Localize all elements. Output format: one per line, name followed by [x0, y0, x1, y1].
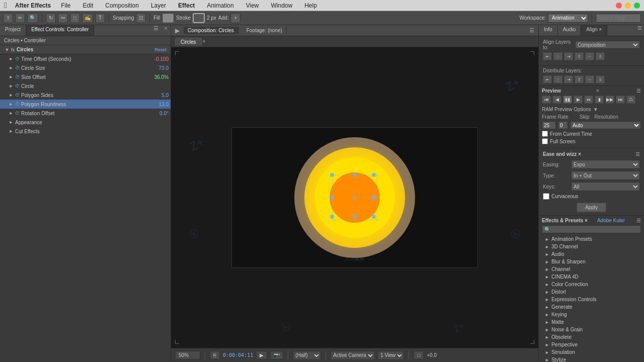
handle-ml[interactable] — [331, 196, 334, 200]
apple-menu[interactable]:  — [4, 1, 7, 10]
handle-br[interactable] — [372, 215, 376, 219]
align-bottom-btn[interactable]: ⇩ — [596, 52, 605, 60]
tab-info[interactable]: Info — [539, 25, 558, 36]
tab-align[interactable]: Align × — [581, 25, 607, 36]
zoom-tool[interactable]: 🔍 — [27, 13, 38, 23]
curvaceous-checkbox[interactable] — [543, 193, 549, 200]
snapping-toggle[interactable]: ☷ — [136, 13, 146, 23]
align-right-btn[interactable]: ⇥ — [564, 52, 573, 60]
prop-circle-size[interactable]: ► ⏱ Circle Size 73.0 — [0, 63, 171, 72]
easing-select[interactable]: Expo Quad Cubic — [571, 160, 640, 169]
align-top-btn[interactable]: ⇧ — [575, 52, 584, 60]
preview-panel-options[interactable]: ☰ — [636, 88, 641, 94]
circles-group-header[interactable]: ▼ fx Circles Reset — [0, 45, 171, 54]
full-screen-checkbox[interactable] — [542, 138, 548, 144]
handle-tm[interactable] — [353, 173, 357, 177]
tab-composition[interactable]: Composition: Circles — [184, 27, 238, 34]
menu-composition[interactable]: Composition — [103, 1, 141, 10]
effects-item-anim-presets[interactable]: ► Animation Presets — [542, 235, 641, 243]
tab-effect-controls[interactable]: Effect Controls: Controller — [26, 25, 94, 36]
ram-preview-expand[interactable]: ▼ — [593, 107, 598, 112]
window-maximize[interactable] — [634, 3, 640, 9]
prev-stop-btn[interactable]: ▮▮ — [563, 96, 572, 104]
effects-item-matte[interactable]: ► Matte — [542, 318, 641, 326]
reset-btn[interactable]: Reset — [154, 47, 167, 52]
select-tool[interactable]: ⇧ — [3, 13, 13, 23]
align-target-select[interactable]: Composition Selection — [575, 41, 640, 49]
prop-polygon-roundness[interactable]: ► ⏱ Polygon Roundness 13.0 — [0, 100, 171, 109]
menu-help[interactable]: Help — [302, 1, 319, 10]
add-btn[interactable]: + — [230, 13, 240, 23]
ease-panel-options[interactable]: ☰ — [635, 151, 640, 157]
handle-tl[interactable] — [331, 173, 334, 177]
menu-layer[interactable]: Layer — [149, 1, 168, 10]
search-input[interactable] — [596, 14, 641, 23]
dist-bottom-btn[interactable]: ⇩ — [596, 75, 605, 83]
effects-search-input[interactable] — [542, 225, 641, 233]
handle-bl[interactable] — [331, 215, 334, 219]
effects-item-expression[interactable]: ► Expression Controls — [542, 296, 641, 303]
effects-item-channel[interactable]: ► Channel — [542, 265, 641, 273]
handle-mr[interactable] — [372, 196, 376, 200]
keys-select[interactable]: All Selected — [571, 182, 640, 191]
skip-input[interactable] — [558, 121, 568, 129]
panel-close-btn[interactable]: × — [162, 25, 171, 36]
prop-value[interactable]: -0.100 — [154, 56, 169, 62]
preview-close-btn[interactable]: × — [596, 88, 599, 94]
frame-rate-input[interactable] — [542, 121, 556, 129]
prop-polygon-sides[interactable]: ► ⏱ Polygon Sides 5.0 — [0, 90, 171, 100]
anchor-tool[interactable]: ⚯ — [58, 13, 68, 23]
panel-menu-icon[interactable]: ☰ — [529, 27, 534, 34]
text-tool[interactable]: T — [95, 13, 105, 23]
effects-item-cinema4d[interactable]: ► CINEMA 4D — [542, 273, 641, 281]
menu-file[interactable]: File — [59, 1, 72, 10]
effects-item-color-correction[interactable]: ► Color Correction — [542, 281, 641, 288]
effects-item-simulation[interactable]: ► Simulation — [542, 348, 641, 356]
menu-window[interactable]: Window — [269, 1, 294, 10]
prop-value[interactable]: 5.0 — [162, 93, 169, 98]
fill-color[interactable] — [162, 13, 174, 23]
dist-vcenter-btn[interactable]: ⋯ — [585, 75, 594, 83]
type-select[interactable]: In + Out In Out — [571, 171, 640, 180]
align-vcenter-btn[interactable]: ⋯ — [585, 52, 594, 60]
prev-play-btn[interactable]: ▶ — [574, 96, 583, 104]
prop-value[interactable]: 73.0 — [159, 65, 169, 71]
dist-right-btn[interactable]: ⇥ — [564, 75, 573, 83]
window-close[interactable] — [616, 3, 622, 9]
hand-tool[interactable]: ✏ — [15, 13, 25, 23]
from-current-checkbox[interactable] — [542, 131, 548, 137]
align-left-btn[interactable]: ⇤ — [543, 52, 552, 60]
prev-next-btn[interactable]: ▶▶ — [605, 96, 614, 104]
camera-select[interactable]: Active Camera — [331, 351, 375, 360]
resolution-input[interactable]: Auto Full Half — [570, 121, 641, 129]
apply-button[interactable]: Apply — [577, 203, 606, 212]
dist-top-btn[interactable]: ⇧ — [575, 75, 584, 83]
effects-item-stylize[interactable]: ► Stylize — [542, 356, 641, 362]
view-select[interactable]: 1 View — [378, 351, 404, 360]
align-hcenter-btn[interactable]: ⋮ — [553, 52, 562, 60]
effects-item-audio[interactable]: ► Audio — [542, 250, 641, 258]
tab-footage[interactable]: Footage: (none) — [243, 27, 287, 34]
panel-menu-btn[interactable]: ☰ — [150, 25, 162, 36]
close-comp-tab[interactable]: × — [203, 39, 206, 44]
menu-view[interactable]: View — [244, 1, 261, 10]
menu-effect[interactable]: Effect — [176, 1, 197, 10]
window-minimize[interactable] — [625, 3, 631, 9]
workspace-select[interactable]: Animation — [548, 14, 588, 23]
prop-circle[interactable]: ► ⏱ Circle — [0, 81, 171, 90]
prop-size-offset[interactable]: ► ⏱ Size Offset 36.0% — [0, 72, 171, 81]
effects-item-3d-channel[interactable]: ► 3D Channel — [542, 243, 641, 250]
effects-panel-options[interactable]: ☰ — [636, 218, 641, 223]
effects-item-perspective[interactable]: ► Perspective — [542, 341, 641, 348]
prev-last-btn[interactable]: ⏭ — [616, 96, 625, 104]
prop-rotation-offset[interactable]: ► ⏱ Rotation Offset 0.0° — [0, 109, 171, 118]
shape-tool[interactable]: □ — [70, 13, 80, 23]
tab-audio[interactable]: Audio — [558, 25, 582, 36]
resolution-select[interactable]: (Half) Full Quarter — [293, 351, 321, 360]
tab-project[interactable]: Project — [0, 25, 26, 36]
prop-value[interactable]: 36.0% — [154, 74, 169, 80]
snapshot-btn[interactable]: ⎘ — [210, 351, 220, 359]
prop-appearance[interactable]: ► Appearance — [0, 118, 171, 127]
panel-options-icon[interactable]: ☰ — [635, 25, 644, 36]
prop-time-offset[interactable]: ► ⏱ Time Offset (Seconds) -0.100 — [0, 54, 171, 63]
